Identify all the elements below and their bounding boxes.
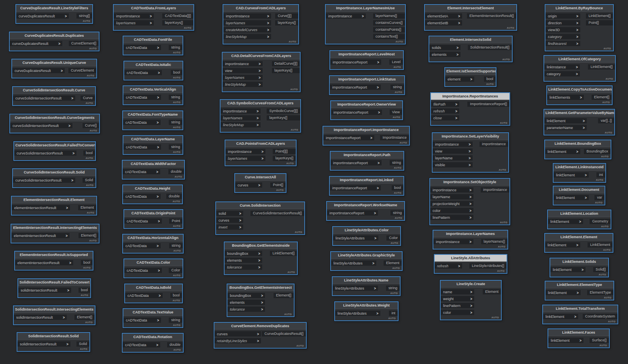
node-importinstance-layernames[interactable]: ImportInstance.LayerNamesimportInstance>… <box>433 230 508 250</box>
node-curveduplicatesresult-linestylefilters[interactable]: CurveDuplicatesResult.LineStyleFilterscu… <box>15 4 93 24</box>
node-title[interactable]: LineStyleAttributes.GraphicStyle <box>331 252 402 259</box>
input-port-curveDuplicatesResult[interactable]: curveDuplicatesResult> <box>16 13 69 19</box>
output-port-string[interactable]: string[] <box>76 13 92 19</box>
input-port-linkElement[interactable]: linkElement> <box>548 338 583 343</box>
input-port-boundingBox[interactable]: boundingBox> <box>227 293 265 298</box>
node-linestyleattributes-graphicstyle[interactable]: LineStyleAttributes.GraphicStylelineStyl… <box>330 251 403 271</box>
input-port-category[interactable]: category> <box>544 71 580 76</box>
input-port-importInstanceReport[interactable]: importInstanceReport> <box>330 59 381 65</box>
output-port-Curve[interactable]: Curve[] <box>83 123 99 128</box>
input-port-elements[interactable]: elements> <box>429 52 460 57</box>
node-title[interactable]: ImportInstance.ReportInstances <box>431 93 509 100</box>
output-port-bool[interactable]: bool <box>81 260 93 265</box>
node-title[interactable]: LinkElement.CopyToActiveDocument <box>547 86 612 93</box>
node-elementintersectionresult-intersectingelements[interactable]: ElementIntersectionResult.IntersectingEl… <box>11 224 100 243</box>
input-port-linePattern[interactable]: linePattern> <box>441 303 474 308</box>
node-title[interactable]: CurveSolidIntersectionResult.FailedToCon… <box>14 142 95 149</box>
node-title[interactable]: ImportInstanceReport.IsLinked <box>330 177 403 184</box>
node-title[interactable]: CADTextData.WidthFactor <box>123 161 184 167</box>
node-title[interactable]: LineStyle.AllAttributes <box>435 255 507 262</box>
output-port-layerKeys[interactable]: layerKeys[] <box>272 68 300 73</box>
input-port-findNearest[interactable]: findNearest> <box>545 41 580 46</box>
node-title[interactable]: ImportInstanceReport.OwnerView <box>331 101 402 108</box>
node-linestyleattributes-name[interactable]: LineStyleAttributes.NamelineStyleAttribu… <box>332 276 401 296</box>
input-port-lineStyleAttributes[interactable]: lineStyleAttributes> <box>333 286 378 291</box>
output-port-int[interactable]: int <box>389 311 398 316</box>
output-port-LinkElement[interactable]: LinkElement[] <box>588 64 615 70</box>
input-port-linkElement[interactable]: linkElement> <box>554 172 589 178</box>
node-solidintersectionresult-failedtoconvert[interactable]: SolidIntersectionResult.FailedToConverts… <box>17 278 91 298</box>
node-boundingbox-getelementsinside[interactable]: BoundingBox.GetElementsInsideboundingBox… <box>224 241 298 275</box>
output-port-CurveDuplicatesResult[interactable]: CurveDuplicatesResult[] <box>262 331 306 336</box>
input-port-curveSolidIntersectionResult[interactable]: curveSolidIntersectionResult> <box>10 123 72 128</box>
input-port-cADTextData[interactable]: cADTextData> <box>123 342 160 347</box>
node-title[interactable]: CAD.DetailCurvesFromCADLayers <box>223 53 300 59</box>
output-port-BoundingBox[interactable]: BoundingBox <box>584 149 611 154</box>
node-cad-detailcurvesfromcadlayers[interactable]: CAD.DetailCurvesFromCADLayersimportInsta… <box>222 52 301 92</box>
node-cadtextdata-verticalalign[interactable]: CADTextData.VerticalAligncADTextData>str… <box>123 85 183 105</box>
input-port-curveSolidIntersectionResult[interactable]: curveSolidIntersectionResult> <box>13 95 75 101</box>
input-port-linkElements[interactable]: linkElements> <box>547 95 584 100</box>
input-port-invert[interactable]: invert> <box>216 224 243 230</box>
output-port-Curve[interactable]: Curve[][] <box>275 13 298 19</box>
output-port-Level[interactable]: Level <box>389 59 403 65</box>
node-cadtextdata-fromlayers[interactable]: CADTextData.FromLayersimportInstance>lay… <box>113 4 194 31</box>
input-port-importInstanceReport[interactable]: importInstanceReport> <box>327 210 378 216</box>
output-port-LineStyleAttributes[interactable]: LineStyleAttributes[] <box>469 263 507 269</box>
node-curve-intersectall[interactable]: Curve.IntersectAllcurves>Point[]AUTO <box>234 173 286 193</box>
input-port-importInstanceReport[interactable]: importInstanceReport> <box>323 135 374 140</box>
input-port-view[interactable]: view> <box>433 148 473 154</box>
output-port-string[interactable]: string <box>390 210 404 216</box>
output-port-containsText[interactable]: containsText[] <box>373 34 405 39</box>
node-title[interactable]: Curve.IntersectAll <box>235 174 286 181</box>
node-solidintersectionresult-solid[interactable]: SolidIntersectionResult.SolidsolidInters… <box>17 332 90 352</box>
node-linestyle-allattributes[interactable]: LineStyle.AllAttributesrefresh>LineStyle… <box>434 254 507 274</box>
input-port-importInstanceReport[interactable]: importInstanceReport> <box>330 85 381 90</box>
output-port-importInstance[interactable]: importInstance <box>481 187 509 193</box>
input-port-parameterName[interactable]: parameterName> <box>544 125 587 130</box>
input-port-cADTextData[interactable]: cADTextData> <box>123 243 161 248</box>
input-port-solidIntersectionResult[interactable]: solidIntersectionResult> <box>18 288 71 293</box>
input-port-elements[interactable]: elements> <box>227 300 265 305</box>
input-port-linkInstance[interactable]: linkInstance> <box>544 64 580 70</box>
node-elementintersectionresult-element[interactable]: ElementIntersectionResult.Elementelement… <box>11 196 97 216</box>
node-title[interactable]: LinkElement.BoundingBox <box>545 140 611 147</box>
node-cadtextdata-layername[interactable]: CADTextData.LayerNamecADTextData>stringA… <box>123 135 183 155</box>
output-port-ImportInstance[interactable]: ImportInstance <box>380 135 409 140</box>
input-port-importInstance[interactable]: importInstance> <box>221 108 261 114</box>
input-port-layerNames[interactable]: layerNames> <box>223 75 263 80</box>
node-importinstance-reportinstances[interactable]: ImportInstance.ReportInstancesfilePath>r… <box>430 92 510 126</box>
node-cad-curvesfromcadlayers[interactable]: CAD.CurvesFromCADLayersimportInstance>la… <box>223 4 299 44</box>
input-port-importInstanceReport[interactable]: importInstanceReport> <box>331 160 382 165</box>
node-curvesolidintersectionresult-curvesegments[interactable]: CurveSolidIntersectionResult.CurveSegmen… <box>9 114 100 133</box>
node-cadtextdata-widthfactor[interactable]: CADTextData.WidthFactorcADTextData>doubl… <box>122 160 185 180</box>
node-linkelement-boundingbox[interactable]: LinkElement.BoundingBoxlinkElement>Bound… <box>544 140 611 159</box>
input-port-importInstance[interactable]: importInstance> <box>223 13 271 19</box>
node-curve-solidintersection[interactable]: Curve.SolidIntersectionsolid>curves>inve… <box>215 201 305 235</box>
node-linkelement-location[interactable]: LinkElement.LocationlinkElement>Geometry… <box>547 210 611 229</box>
input-port-name[interactable]: name> <box>441 289 474 294</box>
node-title[interactable]: LinkElement.GetParameterValueByName <box>544 110 614 116</box>
node-title[interactable]: CurveSolidIntersectionResult.CurveSegmen… <box>10 114 99 121</box>
input-port-cADTextData[interactable]: cADTextData> <box>123 95 161 100</box>
node-title[interactable]: CurveDuplicatesResult.UniqueCurve <box>12 59 96 66</box>
output-port-Color[interactable]: Color <box>386 235 400 241</box>
input-port-importInstance[interactable]: importInstance> <box>430 187 473 193</box>
node-importinstancereport-worksetname[interactable]: ImportInstanceReport.WorksetNameimportIn… <box>326 201 405 221</box>
node-title[interactable]: BoundingBox.GetElementsIntersect <box>227 284 294 291</box>
output-port-ElementIntersectionResult[interactable]: ElementIntersectionResult[] <box>467 13 516 19</box>
output-port-containsPoints[interactable]: containsPoints[] <box>373 27 405 32</box>
node-importinstance-setobjectstyle[interactable]: ImportInstance.SetObjectStyleimportInsta… <box>429 178 510 225</box>
node-linkelement-elementtype[interactable]: LinkElement.ElementTypelinkElement>Eleme… <box>545 281 614 301</box>
node-title[interactable]: ElementIntersectionResult.Element <box>12 197 96 203</box>
input-port-projectionWeight[interactable]: projectionWeight> <box>430 201 473 206</box>
output-port-ElementType[interactable]: ElementType <box>587 290 613 295</box>
output-port-var[interactable]: var <box>594 195 605 200</box>
output-port-var[interactable]: var[]..[] <box>598 118 614 123</box>
node-linkelement-faces[interactable]: LinkElement.FaceslinkElement>Surface[]AU… <box>547 328 610 348</box>
output-port-importInstance[interactable]: importInstance <box>479 142 508 147</box>
input-port-linkElement[interactable]: linkElement> <box>554 195 589 200</box>
input-port-boundingBox[interactable]: boundingBox> <box>225 251 262 256</box>
input-port-refresh[interactable]: refresh> <box>435 263 462 269</box>
input-port-lineStyleAttributes[interactable]: lineStyleAttributes> <box>333 235 378 241</box>
